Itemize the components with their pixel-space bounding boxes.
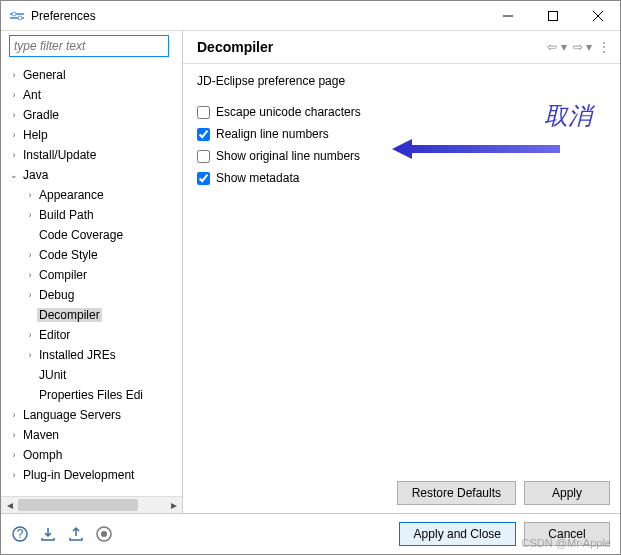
- page-body: JD-Eclipse preference page Escape unicod…: [183, 64, 620, 472]
- svg-point-2: [12, 12, 16, 16]
- apply-and-close-button[interactable]: Apply and Close: [399, 522, 516, 546]
- help-icon[interactable]: ?: [11, 525, 29, 543]
- tree-item[interactable]: ›Gradle: [1, 105, 182, 125]
- tree-item-label: Properties Files Edi: [37, 388, 145, 402]
- tree-item-label: Help: [21, 128, 50, 142]
- tree-item[interactable]: ›General: [1, 65, 182, 85]
- chevron-right-icon[interactable]: ›: [7, 410, 21, 420]
- tree-item[interactable]: Code Coverage: [1, 225, 182, 245]
- tree-item-label: Gradle: [21, 108, 61, 122]
- record-icon[interactable]: [95, 525, 113, 543]
- minimize-button[interactable]: [485, 1, 530, 30]
- tree-item-label: Maven: [21, 428, 61, 442]
- chevron-right-icon[interactable]: ›: [7, 130, 21, 140]
- tree-item-label: Java: [21, 168, 50, 182]
- tree-item[interactable]: JUnit: [1, 365, 182, 385]
- tree-item[interactable]: ›Maven: [1, 425, 182, 445]
- option-label: Show original line numbers: [216, 149, 360, 163]
- option-checkbox[interactable]: [197, 150, 210, 163]
- tree-item-label: Plug-in Development: [21, 468, 136, 482]
- tree-item[interactable]: Decompiler: [1, 305, 182, 325]
- scroll-left-button[interactable]: ◂: [1, 497, 18, 513]
- horizontal-scrollbar[interactable]: ◂ ▸: [1, 496, 182, 513]
- option-row[interactable]: Realign line numbers: [197, 124, 606, 144]
- tree-item[interactable]: ›Appearance: [1, 185, 182, 205]
- window-title: Preferences: [31, 9, 485, 23]
- tree-item-label: Appearance: [37, 188, 106, 202]
- chevron-right-icon[interactable]: ›: [23, 270, 37, 280]
- tree-item[interactable]: ›Install/Update: [1, 145, 182, 165]
- back-icon[interactable]: ⇦ ▾: [547, 40, 566, 54]
- chevron-right-icon[interactable]: ›: [7, 70, 21, 80]
- svg-point-12: [101, 531, 107, 537]
- chevron-right-icon[interactable]: ›: [7, 110, 21, 120]
- svg-rect-5: [548, 11, 557, 20]
- menu-icon[interactable]: ⋮: [598, 40, 610, 54]
- tree-item-label: JUnit: [37, 368, 68, 382]
- preferences-tree[interactable]: ›General›Ant›Gradle›Help›Install/Update⌄…: [1, 63, 182, 496]
- tree-item[interactable]: ›Editor: [1, 325, 182, 345]
- cancel-button[interactable]: Cancel: [524, 522, 610, 546]
- import-icon[interactable]: [39, 525, 57, 543]
- chevron-right-icon[interactable]: ›: [7, 470, 21, 480]
- tree-item-label: Ant: [21, 88, 43, 102]
- chevron-right-icon[interactable]: ›: [23, 210, 37, 220]
- export-icon[interactable]: [67, 525, 85, 543]
- chevron-right-icon[interactable]: ›: [23, 190, 37, 200]
- tree-item-label: Debug: [37, 288, 76, 302]
- tree-item[interactable]: ›Compiler: [1, 265, 182, 285]
- chevron-right-icon[interactable]: ›: [23, 250, 37, 260]
- bottombar: ? Apply and Close Cancel: [1, 513, 620, 554]
- option-label: Realign line numbers: [216, 127, 329, 141]
- tree-item-label: Build Path: [37, 208, 96, 222]
- scroll-thumb[interactable]: [18, 499, 138, 511]
- maximize-button[interactable]: [530, 1, 575, 30]
- tree-item-label: Compiler: [37, 268, 89, 282]
- apply-button[interactable]: Apply: [524, 481, 610, 505]
- restore-defaults-button[interactable]: Restore Defaults: [397, 481, 516, 505]
- chevron-down-icon[interactable]: ⌄: [7, 170, 21, 180]
- chevron-right-icon[interactable]: ›: [23, 290, 37, 300]
- tree-item-label: General: [21, 68, 68, 82]
- tree-item-label: Installed JREs: [37, 348, 118, 362]
- tree-item[interactable]: ›Ant: [1, 85, 182, 105]
- preferences-icon: [9, 8, 25, 24]
- option-label: Show metadata: [216, 171, 299, 185]
- option-checkbox[interactable]: [197, 128, 210, 141]
- chevron-right-icon[interactable]: ›: [23, 330, 37, 340]
- option-row[interactable]: Show original line numbers: [197, 146, 606, 166]
- forward-icon[interactable]: ⇨ ▾: [573, 40, 592, 54]
- tree-item[interactable]: ›Debug: [1, 285, 182, 305]
- tree-item[interactable]: ⌄Java: [1, 165, 182, 185]
- chevron-right-icon[interactable]: ›: [7, 90, 21, 100]
- scroll-right-button[interactable]: ▸: [165, 497, 182, 513]
- tree-item-label: Code Coverage: [37, 228, 125, 242]
- page-description: JD-Eclipse preference page: [197, 74, 606, 88]
- main-panel: Decompiler ⇦ ▾ ⇨ ▾ ⋮ JD-Eclipse preferen…: [183, 31, 620, 513]
- tree-item[interactable]: ›Plug-in Development: [1, 465, 182, 485]
- option-row[interactable]: Show metadata: [197, 168, 606, 188]
- tree-item[interactable]: ›Build Path: [1, 205, 182, 225]
- chevron-right-icon[interactable]: ›: [7, 150, 21, 160]
- tree-item[interactable]: ›Code Style: [1, 245, 182, 265]
- filter-input[interactable]: [9, 35, 169, 57]
- tree-item[interactable]: ›Installed JREs: [1, 345, 182, 365]
- tree-item-label: Language Servers: [21, 408, 123, 422]
- tree-item[interactable]: ›Oomph: [1, 445, 182, 465]
- tree-item-label: Decompiler: [37, 308, 102, 322]
- tree-item[interactable]: ›Help: [1, 125, 182, 145]
- option-checkbox[interactable]: [197, 172, 210, 185]
- option-label: Escape unicode characters: [216, 105, 361, 119]
- option-checkbox[interactable]: [197, 106, 210, 119]
- chevron-right-icon[interactable]: ›: [23, 350, 37, 360]
- close-button[interactable]: [575, 1, 620, 30]
- tree-item-label: Install/Update: [21, 148, 98, 162]
- page-title: Decompiler: [197, 39, 547, 55]
- page-footer: Restore Defaults Apply: [183, 472, 620, 513]
- chevron-right-icon[interactable]: ›: [7, 450, 21, 460]
- page-header: Decompiler ⇦ ▾ ⇨ ▾ ⋮: [183, 31, 620, 64]
- tree-item[interactable]: Properties Files Edi: [1, 385, 182, 405]
- chevron-right-icon[interactable]: ›: [7, 430, 21, 440]
- tree-item[interactable]: ›Language Servers: [1, 405, 182, 425]
- option-row[interactable]: Escape unicode characters: [197, 102, 606, 122]
